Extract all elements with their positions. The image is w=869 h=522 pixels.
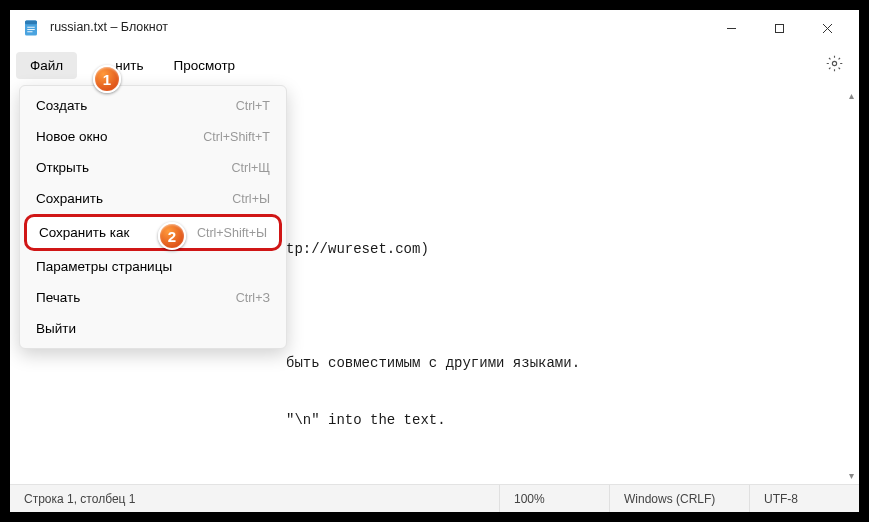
menu-item-shortcut: Ctrl+Shift+Ы xyxy=(197,226,267,240)
menu-item-label: Параметры страницы xyxy=(36,259,172,274)
menu-item-shortcut: Ctrl+T xyxy=(236,99,270,113)
scrollbar[interactable]: ▴ ▾ xyxy=(844,88,858,482)
menu-item-сохранить-как[interactable]: Сохранить какCtrl+Shift+Ы xyxy=(24,214,282,251)
menu-item-создать[interactable]: СоздатьCtrl+T xyxy=(24,90,282,121)
menu-item-label: Сохранить как xyxy=(39,225,129,240)
svg-rect-1 xyxy=(25,21,37,25)
maximize-button[interactable] xyxy=(755,12,803,44)
menu-item-shortcut: Ctrl+З xyxy=(236,291,270,305)
statusbar: Строка 1, столбец 1 100% Windows (CRLF) … xyxy=(10,484,859,512)
status-eol: Windows (CRLF) xyxy=(609,485,749,512)
scroll-down-button[interactable]: ▾ xyxy=(844,468,858,482)
file-menu-dropdown: СоздатьCtrl+TНовое окноCtrl+Shift+TОткры… xyxy=(19,85,287,349)
close-button[interactable] xyxy=(803,12,851,44)
settings-button[interactable] xyxy=(816,49,853,82)
notepad-icon xyxy=(22,19,40,37)
menu-view[interactable]: Просмотр xyxy=(159,52,249,79)
notepad-window: russian.txt – Блокнот Файл нить Просмотр… xyxy=(10,10,859,512)
menu-item-новое-окно[interactable]: Новое окноCtrl+Shift+T xyxy=(24,121,282,152)
menu-item-shortcut: Ctrl+Ы xyxy=(232,192,270,206)
annotation-badge-2: 2 xyxy=(158,222,186,250)
menu-item-сохранить[interactable]: СохранитьCtrl+Ы xyxy=(24,183,282,214)
menu-item-печать[interactable]: ПечатьCtrl+З xyxy=(24,282,282,313)
svg-point-9 xyxy=(832,61,836,65)
menu-item-label: Печать xyxy=(36,290,80,305)
svg-rect-6 xyxy=(775,24,783,32)
menu-item-параметры-страницы[interactable]: Параметры страницы xyxy=(24,251,282,282)
status-zoom: 100% xyxy=(499,485,609,512)
menu-item-открыть[interactable]: ОткрытьCtrl+Щ xyxy=(24,152,282,183)
status-position: Строка 1, столбец 1 xyxy=(10,485,499,512)
minimize-button[interactable] xyxy=(707,12,755,44)
menu-item-shortcut: Ctrl+Shift+T xyxy=(203,130,270,144)
scroll-up-button[interactable]: ▴ xyxy=(844,88,858,102)
menu-item-label: Новое окно xyxy=(36,129,107,144)
titlebar: russian.txt – Блокнот xyxy=(10,10,859,46)
menu-item-shortcut: Ctrl+Щ xyxy=(232,161,270,175)
menubar: Файл нить Просмотр xyxy=(10,46,859,84)
menu-item-label: Сохранить xyxy=(36,191,103,206)
menu-item-label: Открыть xyxy=(36,160,89,175)
menu-file[interactable]: Файл xyxy=(16,52,77,79)
window-controls xyxy=(707,12,851,44)
editor-line-partial: "\n" into the text. xyxy=(18,411,851,430)
menu-item-label: Создать xyxy=(36,98,87,113)
annotation-badge-1: 1 xyxy=(93,65,121,93)
editor-line-partial: быть совместимым с другими языками. xyxy=(18,354,851,373)
gear-icon xyxy=(826,55,843,72)
menu-item-выйти[interactable]: Выйти xyxy=(24,313,282,344)
window-title: russian.txt – Блокнот xyxy=(50,20,707,36)
status-encoding: UTF-8 xyxy=(749,485,859,512)
menu-item-label: Выйти xyxy=(36,321,76,336)
